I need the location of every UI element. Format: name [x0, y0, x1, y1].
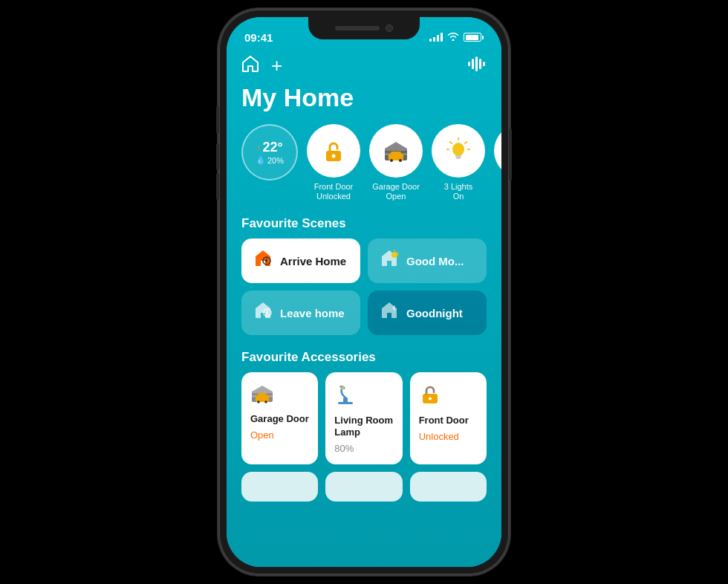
svg-line-28	[397, 253, 399, 254]
notch	[308, 17, 420, 39]
front-door-acc-name: Front Door	[419, 415, 478, 426]
garage-door-circle	[369, 124, 423, 178]
svg-point-13	[399, 159, 402, 162]
svg-rect-35	[258, 393, 267, 398]
scene-arrive-home[interactable]: Arrive Home	[241, 239, 360, 283]
arrive-home-label: Arrive Home	[280, 255, 346, 267]
front-door-accessory-icon	[419, 383, 478, 410]
lights-circle	[432, 124, 485, 178]
goodnight-icon	[380, 301, 399, 325]
speaker	[335, 26, 380, 30]
svg-rect-2	[475, 56, 478, 71]
svg-rect-0	[468, 62, 470, 66]
accessory-garage-door[interactable]: Garage Door Open	[241, 372, 318, 464]
device-front-door[interactable]: Front DoorUnlocked	[307, 124, 360, 201]
kitchen-circle	[494, 124, 501, 178]
svg-rect-8	[385, 149, 407, 151]
accessory-front-door[interactable]: Front Door Unlocked	[410, 372, 487, 464]
screen-content: 09:41	[227, 17, 501, 567]
svg-point-40	[341, 386, 344, 389]
accessory-partial-3[interactable]	[410, 472, 487, 502]
svg-point-36	[257, 401, 260, 404]
temp-arrow: ↑	[256, 143, 261, 153]
lamp-name: Living Room Lamp	[334, 415, 393, 438]
svg-point-42	[429, 398, 432, 400]
svg-point-37	[264, 401, 267, 404]
svg-rect-1	[472, 59, 474, 69]
svg-rect-11	[391, 152, 401, 156]
garage-accessory-icon	[250, 383, 309, 409]
signal-icon	[429, 33, 443, 42]
humidity-widget: 💧 20%	[256, 155, 284, 165]
humidity-value: 20%	[267, 156, 284, 165]
page-title: My Home	[227, 77, 501, 124]
front-door-acc-status: Unlocked	[419, 431, 478, 442]
home-nav-icon[interactable]	[241, 56, 259, 77]
phone-screen: 09:41	[227, 17, 501, 567]
leave-home-label: Leave home	[280, 307, 345, 319]
scenes-container: Arrive Home Good Mo...	[227, 239, 501, 335]
svg-point-6	[332, 155, 336, 158]
accessory-lamp[interactable]: Living Room Lamp 80%	[325, 372, 402, 464]
leave-home-icon	[253, 301, 273, 325]
scene-good-morning[interactable]: Good Mo...	[368, 239, 487, 283]
accessories-section-title: Favourite Accessories	[227, 335, 501, 372]
status-icons	[429, 32, 484, 43]
svg-line-18	[465, 142, 467, 143]
good-morning-icon	[380, 249, 399, 273]
temperature-widget[interactable]: ↑ 22° 💧 20%	[241, 124, 298, 181]
scenes-section-title: Favourite Scenes	[227, 201, 501, 239]
front-door-label: Front DoorUnlocked	[314, 182, 354, 201]
device-kitchen[interactable]: Kitchen	[494, 124, 501, 192]
phone-frame: 09:41	[219, 10, 509, 574]
svg-point-14	[452, 143, 464, 156]
lamp-status: 80%	[334, 443, 393, 454]
nav-left: +	[241, 54, 282, 77]
voice-icon[interactable]	[467, 56, 487, 76]
accessories-row2	[227, 472, 501, 502]
svg-rect-15	[455, 155, 461, 158]
svg-rect-4	[483, 62, 485, 66]
device-garage-door[interactable]: Garage DoorOpen	[369, 124, 423, 201]
status-time: 09:41	[244, 31, 273, 44]
wifi-icon	[447, 32, 459, 43]
garage-door-name: Garage Door	[250, 413, 309, 425]
svg-point-26	[391, 252, 397, 258]
svg-point-12	[390, 159, 393, 162]
accessories-grid: Garage Door Open	[227, 372, 501, 464]
scene-leave-home[interactable]: Leave home	[241, 291, 360, 335]
svg-rect-3	[479, 59, 481, 69]
lamp-accessory-icon	[334, 383, 393, 410]
goodnight-label: Goodnight	[406, 307, 463, 319]
accessory-partial-1[interactable]	[241, 472, 318, 502]
svg-rect-16	[456, 158, 461, 159]
garage-door-status: Open	[250, 429, 309, 441]
svg-line-19	[450, 142, 452, 143]
battery-icon	[464, 33, 484, 42]
devices-row: ↑ 22° 💧 20%	[227, 124, 501, 201]
good-morning-label: Good Mo...	[406, 255, 464, 267]
accessory-partial-2[interactable]	[325, 472, 402, 502]
scene-goodnight[interactable]: Goodnight	[368, 291, 487, 335]
arrive-home-icon	[253, 249, 273, 273]
garage-door-label: Garage DoorOpen	[372, 182, 420, 201]
device-lights[interactable]: 3 LightsOn	[432, 124, 485, 201]
camera	[386, 25, 393, 32]
temperature-value: 22°	[262, 140, 282, 155]
add-button[interactable]: +	[271, 54, 282, 77]
front-door-circle	[307, 124, 360, 178]
lights-label: 3 LightsOn	[444, 182, 473, 201]
